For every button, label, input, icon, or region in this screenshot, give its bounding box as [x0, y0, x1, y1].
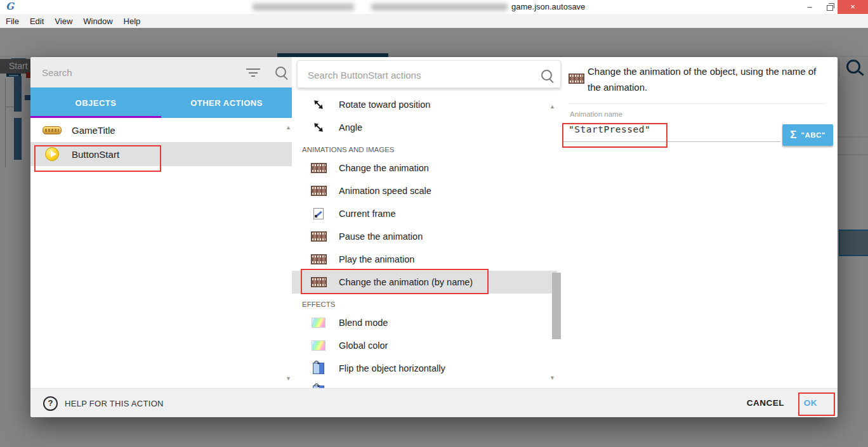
menu-edit[interactable]: Edit [30, 16, 44, 26]
tab-other-actions-label: OTHER ACTIONS [190, 98, 263, 108]
action-list-item[interactable]: Angle [292, 116, 557, 139]
gametitle-thumbnail [43, 126, 62, 134]
sigma-icon: Σ [790, 129, 796, 141]
current-frame-icon [313, 208, 324, 219]
search-icon[interactable] [275, 67, 286, 77]
film-strip-icon [311, 254, 327, 264]
action-group-header: ANIMATIONS AND IMAGES [292, 139, 557, 157]
objects-tab-bar: OBJECTS OTHER ACTIONS [30, 87, 292, 118]
search-icon[interactable] [541, 70, 552, 81]
menu-help[interactable]: Help [124, 16, 141, 26]
tab-objects[interactable]: OBJECTS [30, 87, 161, 118]
action-item-label: Blend mode [339, 318, 388, 328]
menubar: File Edit View Window Help [0, 14, 868, 28]
action-group-header: EFFECTS [292, 294, 557, 311]
rotate-arrow-icon [312, 121, 325, 134]
action-list-item[interactable]: Pause the animation [292, 225, 557, 248]
action-item-label: Angle [339, 122, 362, 133]
animation-name-field [563, 121, 780, 142]
action-item-label: Pause the animation [339, 231, 423, 242]
action-item-label: Animation speed scale [339, 186, 431, 196]
action-item-label: Rotate toward position [339, 100, 430, 110]
film-strip-icon [311, 277, 327, 287]
window-title: game.json.autosave [511, 2, 585, 11]
buttonstart-thumbnail [45, 147, 59, 161]
help-button[interactable]: ? HELP FOR THIS ACTION [43, 396, 164, 411]
action-item-label: Play the animation [339, 254, 414, 264]
action-list-item[interactable]: Global color [292, 334, 557, 357]
menu-window[interactable]: Window [83, 16, 112, 26]
film-strip-icon [311, 231, 327, 242]
scrollbar-thumb[interactable] [552, 273, 561, 339]
action-list-item[interactable]: Change the animation [292, 157, 557, 179]
animation-name-label: Animation name [570, 110, 622, 118]
objects-search-input[interactable] [41, 63, 233, 81]
scrollbar-up-arrow[interactable]: ▲ [286, 124, 291, 131]
app-window: G game.json.autosave – × File Edit View … [0, 0, 868, 447]
action-list-item[interactable] [292, 380, 557, 388]
actions-search-input[interactable] [306, 66, 525, 84]
object-name: GameTitle [72, 125, 115, 136]
dialog-footer: ? HELP FOR THIS ACTION CANCEL OK [30, 388, 838, 417]
action-description: Change the animation of the object, usin… [588, 64, 826, 95]
blurred-file-path [253, 3, 354, 11]
objects-panel: OBJECTS OTHER ACTIONS GameTitleButtonSta… [30, 57, 292, 388]
action-list-item[interactable]: Current frame [292, 202, 557, 225]
tab-objects-label: OBJECTS [76, 98, 117, 108]
action-item-label: Change the animation [339, 163, 429, 173]
objects-list: GameTitleButtonStart [30, 118, 292, 388]
tab-other-actions[interactable]: OTHER ACTIONS [161, 87, 292, 118]
scrollbar-down-arrow[interactable]: ▼ [286, 375, 291, 382]
film-strip-icon [311, 163, 327, 173]
film-strip-icon [569, 74, 584, 84]
film-strip-icon [311, 186, 327, 196]
action-item-label: Global color [339, 340, 388, 351]
blurred-file-path [371, 3, 508, 11]
scrollbar-up-arrow[interactable]: ▲ [549, 103, 555, 110]
action-item-label: Flip the object horizontally [339, 363, 445, 373]
filter-icon[interactable] [246, 68, 260, 79]
color-gradient-icon [312, 340, 326, 351]
question-mark-icon: ? [43, 396, 58, 411]
scrollbar-down-arrow[interactable]: ▼ [549, 375, 555, 381]
action-item-label: Current frame [339, 209, 395, 219]
object-list-item[interactable]: GameTitle [30, 118, 292, 142]
gdevelop-logo: G [6, 1, 14, 12]
divider [569, 103, 825, 104]
minimize-button[interactable]: – [799, 0, 820, 14]
action-list-item[interactable]: Change the animation (by name) [292, 271, 557, 294]
action-editor-dialog: OBJECTS OTHER ACTIONS GameTitleButtonSta… [30, 57, 838, 417]
expression-editor-button[interactable]: Σ "ABC" [782, 124, 833, 146]
help-label: HELP FOR THIS ACTION [65, 399, 164, 408]
actions-search-bar [297, 60, 561, 88]
abc-label: "ABC" [801, 131, 825, 139]
actions-list: Rotate toward positionAngleANIMATIONS AN… [292, 93, 557, 388]
menu-file[interactable]: File [6, 16, 19, 26]
cancel-button[interactable]: CANCEL [747, 398, 784, 408]
animation-name-input[interactable] [567, 124, 773, 135]
objects-search-bar [30, 57, 292, 87]
actions-panel: Rotate toward positionAngleANIMATIONS AN… [292, 57, 562, 388]
action-list-item[interactable]: Rotate toward position [292, 93, 557, 116]
maximize-button[interactable] [821, 0, 839, 14]
flip-horizontal-icon [313, 363, 324, 374]
menu-view[interactable]: View [55, 16, 72, 26]
close-button[interactable]: × [838, 0, 868, 14]
rotate-arrow-icon [312, 98, 325, 111]
titlebar: G game.json.autosave – × [0, 0, 868, 14]
action-list-item[interactable]: Flip the object horizontally [292, 357, 557, 380]
action-list-item[interactable]: Play the animation [292, 248, 557, 271]
ok-button[interactable]: OK [804, 398, 817, 408]
action-list-item[interactable]: Blend mode [292, 311, 557, 334]
object-list-item[interactable]: ButtonStart [30, 142, 292, 166]
color-gradient-icon [312, 318, 326, 328]
object-name: ButtonStart [72, 149, 119, 160]
parameters-panel: Change the animation of the object, usin… [562, 57, 838, 388]
action-list-item[interactable]: Animation speed scale [292, 179, 557, 202]
action-item-label: Change the animation (by name) [339, 277, 473, 287]
